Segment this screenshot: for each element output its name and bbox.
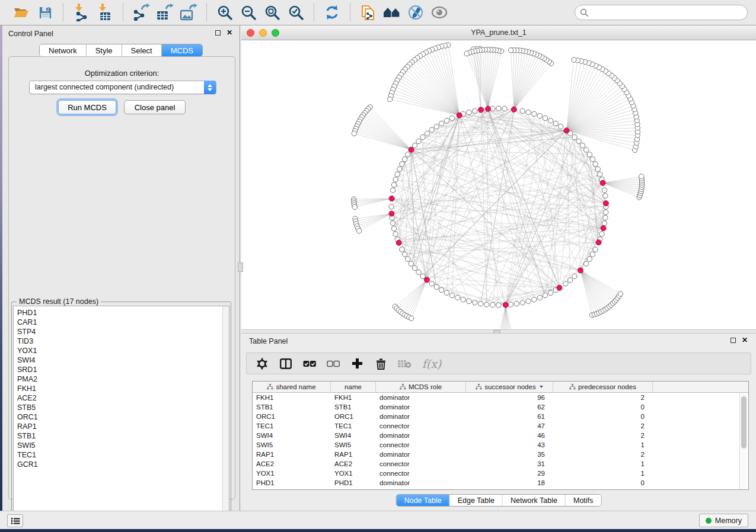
minimize-window-icon[interactable] — [259, 29, 267, 37]
zoom-fit-button[interactable] — [261, 2, 283, 23]
fx-icon: f(x) — [422, 357, 442, 370]
deselect-all-button[interactable] — [326, 357, 340, 371]
import-table-button[interactable] — [94, 2, 116, 23]
home-button[interactable] — [381, 2, 403, 23]
mcds-list-scrollbar[interactable] — [222, 306, 229, 520]
export-image-button[interactable] — [178, 2, 199, 23]
create-column-button[interactable] — [350, 357, 364, 371]
mcds-result-item[interactable]: YOX1 — [14, 346, 229, 355]
table-row[interactable]: FKH1FKH1dominator962 — [253, 393, 748, 402]
select-all-button[interactable] — [302, 357, 317, 371]
mcds-result-item[interactable]: ACE2 — [14, 393, 229, 403]
mcds-result-item[interactable]: CAR1 — [14, 318, 229, 327]
tab-mcds[interactable]: MCDS — [162, 44, 202, 56]
table-row[interactable]: RAP1RAP1dominator352 — [253, 450, 748, 459]
export-network-icon — [132, 4, 150, 21]
export-table-button[interactable] — [154, 2, 176, 23]
close-table-panel-icon[interactable]: ✕ — [742, 338, 748, 343]
open-file-button[interactable] — [11, 2, 32, 23]
column-header-successor-nodes[interactable]: successor nodes — [466, 382, 553, 392]
close-panel-button[interactable]: Close panel — [124, 100, 186, 114]
mcds-result-item[interactable]: SWI4 — [14, 355, 229, 365]
column-header-MCDS-role[interactable]: MCDS role — [376, 382, 466, 392]
tab-edge-table[interactable]: Edge Table — [450, 495, 503, 506]
tab-network[interactable]: Network — [40, 44, 87, 56]
table-cell: YOX1 — [331, 469, 376, 478]
column-header-shared-name[interactable]: shared name — [253, 382, 331, 392]
zoom-selected-button[interactable] — [285, 2, 307, 23]
import-network-button[interactable] — [71, 2, 92, 23]
table-settings-button[interactable] — [255, 357, 269, 371]
mcds-result-item[interactable]: RAP1 — [14, 422, 229, 431]
table-cell: STB1 — [331, 402, 376, 412]
table-row[interactable]: SWI5SWI5connector431 — [253, 440, 748, 450]
delete-column-button[interactable] — [374, 357, 388, 371]
network-canvas[interactable] — [241, 40, 756, 329]
export-network-button[interactable] — [130, 2, 152, 23]
horizontal-splitter[interactable] — [241, 329, 756, 334]
mcds-result-list[interactable]: PHD1CAR1STP4TID3YOX1SWI4SRD1PMA2FKH1ACE2… — [13, 306, 229, 520]
mcds-result-item[interactable]: PMA2 — [14, 374, 229, 384]
annotation-mode-button[interactable] — [405, 2, 426, 23]
table-cell: 2 — [553, 450, 653, 459]
vertical-splitter-handle[interactable] — [238, 262, 243, 272]
plus-icon — [352, 358, 363, 369]
close-panel-icon[interactable]: ✕ — [227, 30, 232, 36]
run-mcds-button[interactable]: Run MCDS — [58, 100, 116, 114]
table-row[interactable]: SWI4SWI4dominator462 — [253, 431, 748, 440]
zoom-in-button[interactable] — [214, 2, 235, 23]
table-cell: TEC1 — [331, 421, 376, 431]
show-column-panel-button[interactable] — [279, 357, 293, 371]
mcds-result-item[interactable]: GCR1 — [14, 460, 229, 469]
tab-network-table[interactable]: Network Table — [503, 495, 566, 506]
mcds-result-item[interactable]: SRD1 — [14, 365, 229, 374]
save-session-button[interactable] — [34, 2, 56, 23]
mcds-result-item[interactable]: FKH1 — [14, 384, 229, 393]
tab-node-table[interactable]: Node Table — [397, 495, 450, 506]
table-row[interactable]: PHD1PHD1dominator180 — [253, 478, 748, 488]
table-row[interactable]: ACE2ACE2connector311 — [253, 459, 748, 469]
clone-network-button[interactable] — [358, 2, 379, 23]
show-hide-button[interactable] — [429, 2, 450, 23]
table-row[interactable]: YOX1YOX1connector291 — [253, 469, 748, 478]
close-window-icon[interactable] — [247, 29, 254, 37]
column-header-predecessor-nodes[interactable]: predecessor nodes — [553, 382, 653, 392]
table-cell: dominator — [376, 393, 466, 402]
mcds-result-item[interactable]: PHD1 — [14, 308, 229, 318]
float-table-panel-icon[interactable] — [731, 338, 736, 343]
memory-button[interactable]: Memory — [699, 514, 748, 527]
table-cell: SWI4 — [331, 431, 376, 440]
tab-style[interactable]: Style — [87, 44, 122, 56]
mcds-result-item[interactable]: ORC1 — [14, 412, 229, 422]
column-header-name[interactable]: name — [331, 382, 376, 392]
float-panel-icon[interactable] — [215, 30, 221, 36]
table-scrollbar[interactable] — [739, 393, 748, 490]
refresh-button[interactable] — [321, 2, 343, 23]
table-row[interactable]: ORC1ORC1dominator610 — [253, 412, 748, 421]
table-scrollbar-thumb[interactable] — [741, 396, 747, 448]
mcds-result-item[interactable]: TEC1 — [14, 450, 229, 460]
search-icon — [580, 8, 589, 17]
table-cell: 62 — [466, 402, 553, 412]
node-table[interactable]: shared namenameMCDS rolesuccessor nodesp… — [252, 381, 749, 490]
table-cell: dominator — [376, 478, 466, 488]
task-history-button[interactable] — [7, 514, 23, 527]
table-cell: STB1 — [253, 402, 331, 412]
zoom-out-button[interactable] — [238, 2, 259, 23]
mcds-result-item[interactable]: STB5 — [14, 403, 229, 412]
network-window-titlebar[interactable]: YPA_prune.txt_1 — [241, 25, 756, 40]
table-row[interactable]: TEC1TEC1connector472 — [253, 421, 748, 431]
optimization-criterion-dropdown[interactable]: largest connected component (undirected) — [29, 81, 216, 94]
open-folder-icon — [13, 5, 30, 20]
table-row[interactable]: STB1STB1dominator620 — [253, 402, 748, 412]
search-input[interactable] — [575, 5, 748, 20]
tab-motifs[interactable]: Motifs — [566, 495, 601, 506]
mcds-result-item[interactable]: STB1 — [14, 431, 229, 441]
shared-column-icon — [569, 384, 576, 390]
mcds-result-item[interactable]: SWI5 — [14, 441, 229, 450]
mcds-result-item[interactable]: STP4 — [14, 327, 229, 336]
maximize-window-icon[interactable] — [272, 29, 279, 37]
tab-select[interactable]: Select — [122, 44, 162, 56]
mcds-result-item[interactable]: TID3 — [14, 336, 229, 346]
save-floppy-icon — [39, 6, 52, 20]
